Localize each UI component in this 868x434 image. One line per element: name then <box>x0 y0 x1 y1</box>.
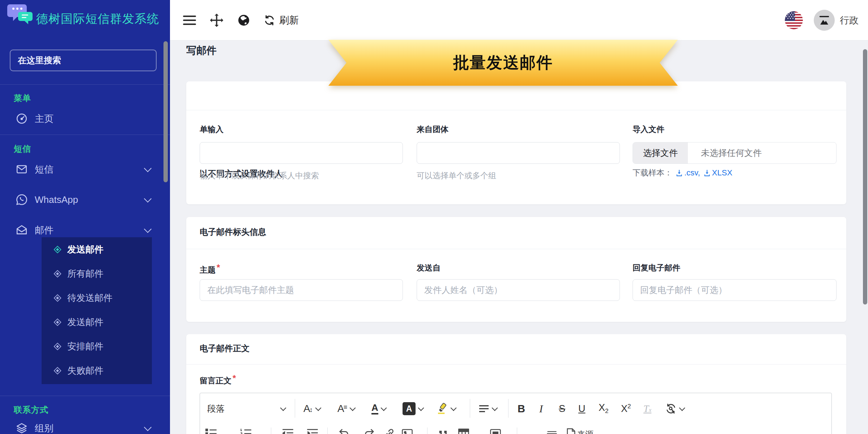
send-from-field[interactable] <box>417 279 620 301</box>
diamond-icon <box>54 246 61 254</box>
rich-text-editor: 段落 A↕ A≡ A A <box>200 393 832 434</box>
hamburger-menu-icon[interactable] <box>183 16 196 25</box>
sidebar-item-sms[interactable]: 短信 <box>0 161 170 178</box>
recipients-card: 以不同方式设置收件人 单输入 输入单个或从保存的联系人中搜索 来自团体 可以选择… <box>186 81 846 204</box>
strikethrough-button[interactable]: S <box>559 400 565 417</box>
sidebar-search-input[interactable] <box>10 50 157 71</box>
sidebar-item-groups[interactable]: 组别 <box>0 420 170 434</box>
email-submenu: 发送邮件 所有邮件 待发送邮件 <box>42 237 152 384</box>
csv-sample-link[interactable]: .csv, <box>675 168 700 178</box>
move-fullscreen-icon[interactable] <box>209 13 224 28</box>
outdent-button[interactable] <box>282 427 294 434</box>
layers-icon <box>15 422 28 434</box>
superscript-button[interactable]: X2 <box>621 400 631 417</box>
globe-icon[interactable] <box>237 14 250 27</box>
us-flag-icon[interactable] <box>785 11 803 29</box>
redo-button[interactable] <box>363 427 376 434</box>
font-color-dropdown[interactable]: A <box>371 400 386 417</box>
underline-button[interactable]: U <box>578 400 586 417</box>
submenu-item-sent-email[interactable]: 发送邮件 <box>42 310 152 334</box>
diamond-icon <box>54 318 61 326</box>
refresh-button[interactable]: 刷新 <box>263 14 299 27</box>
bulleted-list-button[interactable] <box>205 427 217 434</box>
sidebar-scrollbar-thumb[interactable] <box>163 41 168 182</box>
submenu-item-send-email[interactable]: 发送邮件 <box>42 237 152 261</box>
chevron-down-icon <box>492 405 498 411</box>
whatsapp-icon <box>15 193 28 206</box>
chevron-down-icon <box>451 405 457 411</box>
sidebar-item-label: 主页 <box>35 112 54 125</box>
insert-media-button[interactable] <box>489 427 502 434</box>
remove-format-button[interactable]: Tx <box>643 400 651 417</box>
download-icon <box>675 169 683 177</box>
undo-button[interactable] <box>337 427 350 434</box>
highlight-dropdown[interactable] <box>436 400 456 417</box>
user-role-label[interactable]: 行政 <box>840 14 859 27</box>
numbered-list-button[interactable] <box>240 427 252 434</box>
chevron-down-icon <box>144 424 152 431</box>
diamond-icon <box>54 367 61 375</box>
download-sample-label: 下载样本： <box>633 167 672 178</box>
submenu-item-label: 发送邮件 <box>67 243 103 255</box>
bold-button[interactable]: B <box>518 400 525 417</box>
subscript-button[interactable]: X2 <box>599 400 608 417</box>
chevron-down-icon <box>144 165 152 172</box>
single-input-hint: 输入单个或从保存的联系人中搜索 <box>200 170 319 181</box>
image-placeholder-icon <box>818 15 830 25</box>
sidebar-divider <box>0 135 170 135</box>
file-input[interactable]: 选择文件 未选择任何文件 <box>633 142 837 164</box>
sidebar-item-whatsapp[interactable]: WhatsApp <box>0 191 170 208</box>
topbar-right-group: 行政 <box>785 0 859 41</box>
send-from-label: 发送自 <box>417 263 441 273</box>
block-quote-button[interactable] <box>437 427 450 434</box>
submenu-item-failed-email[interactable]: 失败邮件 <box>42 358 152 383</box>
xlsx-sample-link[interactable]: XLSX <box>703 168 732 178</box>
brand: 德树国际短信群发系统 <box>0 0 170 41</box>
sidebar-item-home[interactable]: 主页 <box>0 110 170 127</box>
sidebar-item-email[interactable]: 邮件 <box>0 221 170 239</box>
indent-button[interactable] <box>306 427 319 434</box>
horizontal-line-button[interactable] <box>546 427 558 434</box>
insert-image-button[interactable] <box>401 427 413 434</box>
chat-bubbles-logo-icon <box>7 3 34 25</box>
reply-email-field[interactable] <box>633 279 837 301</box>
toolbar-separator <box>295 399 295 418</box>
main-scrollbar-thumb[interactable] <box>863 49 867 305</box>
submenu-item-label: 安排邮件 <box>67 340 103 352</box>
card-divider <box>186 364 846 365</box>
find-replace-dropdown[interactable] <box>665 400 684 417</box>
chevron-down-icon <box>418 405 424 411</box>
toolbar-separator <box>271 427 271 434</box>
toolbar-separator <box>427 427 427 434</box>
font-size-dropdown[interactable]: A↕ <box>303 400 320 417</box>
alignment-dropdown[interactable] <box>478 400 497 417</box>
single-input-field[interactable] <box>200 142 403 164</box>
link-button[interactable] <box>383 427 395 434</box>
card-divider <box>186 249 846 249</box>
paragraph-style-dropdown[interactable]: 段落 <box>207 400 285 417</box>
diamond-icon <box>54 270 61 278</box>
submenu-item-label: 所有邮件 <box>67 268 103 280</box>
from-group-field[interactable] <box>417 142 620 164</box>
source-label: 来源 <box>577 429 593 434</box>
import-file-label: 导入文件 <box>633 124 664 135</box>
sidebar-divider <box>0 84 170 85</box>
refresh-icon <box>263 14 276 26</box>
single-input-label: 单输入 <box>200 124 224 135</box>
toolbar-separator <box>517 427 517 434</box>
page-title: 写邮件 <box>186 44 217 58</box>
avatar[interactable] <box>814 10 835 31</box>
download-sample-row: 下载样本： .csv, XLSX <box>633 167 732 178</box>
source-button[interactable]: 来源 <box>565 427 593 434</box>
paragraph-style-label: 段落 <box>207 403 225 414</box>
submenu-item-scheduled-email[interactable]: 安排邮件 <box>42 334 152 358</box>
italic-button[interactable]: I <box>539 400 543 417</box>
submenu-item-all-email[interactable]: 所有邮件 <box>42 261 152 286</box>
choose-file-button[interactable]: 选择文件 <box>633 142 688 163</box>
font-background-dropdown[interactable]: A <box>403 400 423 417</box>
insert-table-button[interactable] <box>458 427 470 434</box>
font-family-dropdown[interactable]: A≡ <box>337 400 355 417</box>
subject-field[interactable] <box>200 279 403 301</box>
banner-text: 批量发送邮件 <box>328 40 678 86</box>
submenu-item-pending-email[interactable]: 待发送邮件 <box>42 286 152 310</box>
